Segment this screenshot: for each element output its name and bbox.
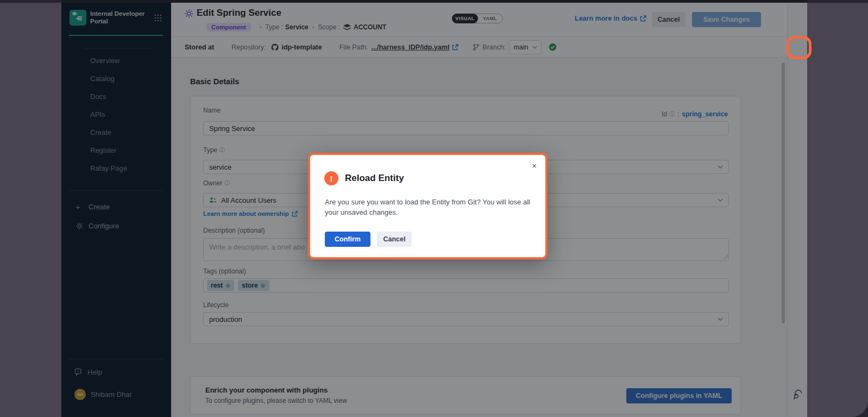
- modal-body: Are you sure you want to load the Entity…: [325, 197, 538, 217]
- modal-title: Reload Entity: [345, 173, 404, 184]
- modal-cancel-button[interactable]: Cancel: [377, 232, 412, 247]
- warning-icon: !: [324, 171, 338, 185]
- confirm-button[interactable]: Confirm: [325, 232, 370, 247]
- close-icon[interactable]: ×: [532, 161, 537, 170]
- highlight-ring: [787, 36, 812, 59]
- reload-entity-modal: × ! Reload Entity Are you sure you want …: [308, 153, 548, 259]
